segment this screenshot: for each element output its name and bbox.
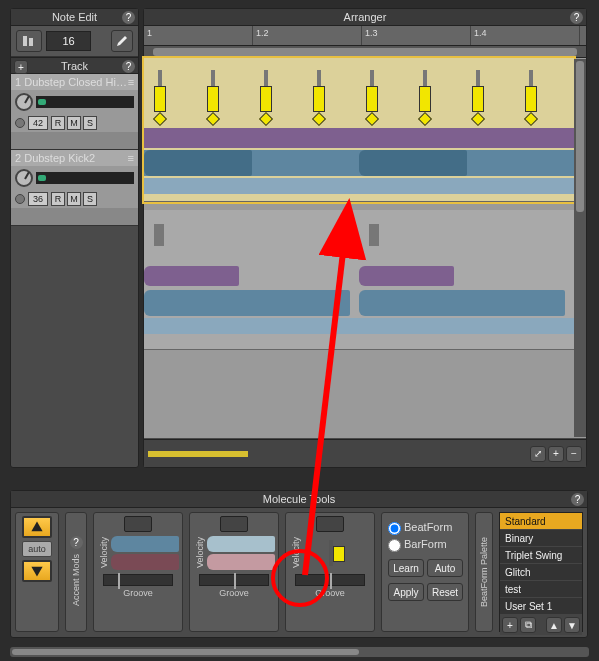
track-menu-icon[interactable]: ≡ — [128, 76, 134, 88]
m-button[interactable]: M — [67, 116, 81, 130]
note-diamond[interactable] — [524, 112, 538, 126]
track-meter — [36, 96, 134, 108]
track-title-bar[interactable]: 1 Dubstep Closed Hi-… ≡ — [11, 74, 138, 90]
note[interactable] — [207, 86, 219, 112]
palette-footer: + ⧉ ▲ ▼ — [500, 615, 582, 635]
zoom-out-button[interactable]: − — [566, 446, 582, 462]
note-diamond[interactable] — [259, 112, 273, 126]
velocity-waves[interactable] — [111, 534, 179, 572]
track-row[interactable]: 2 Dubstep Kick2 ≡ 36 R M S — [11, 150, 138, 226]
vertical-scrollbar[interactable] — [574, 59, 586, 437]
playhead-overview[interactable] — [148, 451, 248, 457]
palette-item[interactable]: Binary — [500, 530, 582, 547]
barform-radio[interactable]: BarForm — [388, 536, 452, 553]
beatform-radio[interactable]: BeatForm — [388, 519, 452, 536]
slot-icon[interactable] — [220, 516, 248, 532]
m-button[interactable]: M — [67, 192, 81, 206]
bottom-scrollbar[interactable] — [10, 647, 589, 657]
note[interactable] — [472, 86, 484, 112]
auto-toggle[interactable]: auto — [22, 541, 52, 557]
note-diamond[interactable] — [206, 112, 220, 126]
ruler-mark: 1.3 — [362, 26, 471, 45]
palette-item[interactable]: Standard — [500, 513, 582, 530]
palette-item[interactable]: Triplet Swing — [500, 547, 582, 564]
scrollbar-thumb[interactable] — [153, 48, 577, 56]
help-icon[interactable]: ? — [122, 60, 135, 73]
note-tool-button[interactable] — [16, 30, 42, 52]
form-radios: BeatForm BarForm — [388, 519, 452, 553]
record-dot[interactable] — [15, 118, 25, 128]
scrollbar-thumb[interactable] — [576, 61, 584, 212]
zoom-fit-button[interactable]: ⤢ — [530, 446, 546, 462]
track-number[interactable]: 42 — [28, 116, 48, 130]
track-knob[interactable] — [15, 93, 33, 111]
palette-item[interactable]: User Set 1 — [500, 598, 582, 615]
palette-up-button[interactable]: ▲ — [546, 617, 562, 633]
auto-button[interactable]: Auto — [427, 559, 463, 577]
accent-down-button[interactable] — [22, 560, 52, 582]
r-button[interactable]: R — [51, 192, 65, 206]
note[interactable] — [525, 86, 537, 112]
palette-copy-button[interactable]: ⧉ — [520, 617, 536, 633]
note-diamond[interactable] — [471, 112, 485, 126]
lightblue-strip — [144, 318, 574, 334]
help-icon[interactable]: ? — [122, 11, 135, 24]
groove-slider[interactable] — [103, 574, 173, 586]
beatform-palette[interactable]: Standard Binary Triplet Swing Glitch tes… — [499, 512, 583, 632]
help-icon[interactable]: ? — [571, 493, 584, 506]
track-menu-icon[interactable]: ≡ — [128, 152, 134, 164]
track-lane-1[interactable] — [144, 58, 574, 202]
learn-button[interactable]: Learn — [388, 559, 424, 577]
track-meter — [36, 172, 134, 184]
apply-button[interactable]: Apply — [388, 583, 424, 601]
accent-up-button[interactable] — [22, 516, 52, 538]
note[interactable] — [366, 86, 378, 112]
palette-item[interactable]: test — [500, 581, 582, 598]
s-button[interactable]: S — [83, 192, 97, 206]
scrollbar-thumb[interactable] — [12, 649, 359, 655]
mol-slot-1[interactable]: Velocity Groove — [93, 512, 183, 632]
note-value-field[interactable]: 16 — [46, 31, 91, 51]
slot-icon[interactable] — [316, 516, 344, 532]
note[interactable] — [369, 224, 379, 246]
slot-icon[interactable] — [124, 516, 152, 532]
palette-item[interactable]: Glitch — [500, 564, 582, 581]
note-diamond[interactable] — [418, 112, 432, 126]
note[interactable] — [154, 224, 164, 246]
help-icon[interactable]: ? — [70, 536, 83, 549]
track-number[interactable]: 36 — [28, 192, 48, 206]
track-lane-2[interactable] — [144, 210, 574, 350]
s-button[interactable]: S — [83, 116, 97, 130]
horizontal-scrollbar[interactable] — [144, 46, 586, 58]
pencil-button[interactable] — [111, 30, 133, 52]
molecule-title: Molecule Tools — [263, 493, 336, 505]
groove-slider[interactable] — [295, 574, 365, 586]
note[interactable] — [313, 86, 325, 112]
add-track-button[interactable]: + — [14, 60, 28, 74]
note-diamond[interactable] — [312, 112, 326, 126]
note[interactable] — [154, 86, 166, 112]
mol-slot-2[interactable]: Velocity Groove — [189, 512, 279, 632]
svg-rect-0 — [23, 36, 27, 46]
note-diamond[interactable] — [365, 112, 379, 126]
note[interactable] — [260, 86, 272, 112]
track-knob[interactable] — [15, 169, 33, 187]
velocity-waves[interactable] — [207, 534, 275, 572]
record-dot[interactable] — [15, 194, 25, 204]
velocity-waves[interactable] — [303, 534, 371, 572]
note-diamond[interactable] — [153, 112, 167, 126]
arrow-up-icon — [30, 520, 44, 534]
groove-slider[interactable] — [199, 574, 269, 586]
arranger-body[interactable] — [144, 58, 586, 438]
reset-button[interactable]: Reset — [427, 583, 463, 601]
time-ruler[interactable]: 1 1.2 1.3 1.4 — [144, 26, 586, 46]
palette-add-button[interactable]: + — [502, 617, 518, 633]
mol-slot-3[interactable]: Velocity Groove — [285, 512, 375, 632]
track-row[interactable]: 1 Dubstep Closed Hi-… ≡ 42 R M S — [11, 74, 138, 150]
track-title-bar[interactable]: 2 Dubstep Kick2 ≡ — [11, 150, 138, 166]
palette-down-button[interactable]: ▼ — [564, 617, 580, 633]
help-icon[interactable]: ? — [570, 11, 583, 24]
note[interactable] — [419, 86, 431, 112]
zoom-in-button[interactable]: + — [548, 446, 564, 462]
r-button[interactable]: R — [51, 116, 65, 130]
